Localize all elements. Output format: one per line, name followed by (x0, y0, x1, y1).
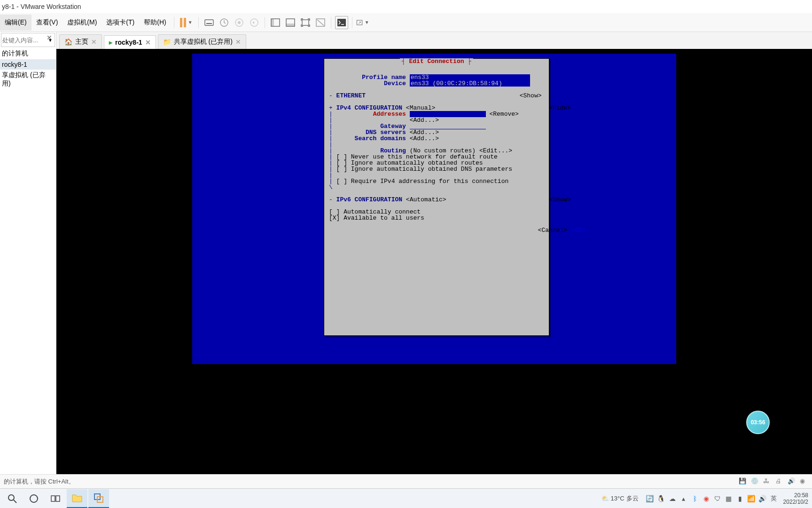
dialog-title: ┤ Edit Connection ├ (400, 58, 473, 64)
svg-rect-13 (337, 19, 346, 26)
clock-time: 20:58 (783, 492, 808, 499)
windows-taskbar: ⛅ 13°C 多云 🔄 🐧 ☁ ▴ ᛒ ◉ 🛡 ▦ ▮ 📶 🔊 英 20:58 … (0, 488, 812, 508)
svg-rect-0 (205, 20, 213, 25)
usb-icon[interactable]: ◉ (800, 477, 808, 486)
app-icon[interactable]: ▦ (724, 494, 734, 503)
system-clock[interactable]: 20:58 2022/10/2 (783, 492, 808, 505)
bluetooth-icon[interactable]: ᛒ (690, 494, 700, 503)
svg-rect-9 (286, 24, 295, 26)
svg-rect-1 (206, 23, 212, 24)
close-icon[interactable]: ✕ (45, 34, 54, 41)
tab-rocky8-1[interactable]: ▸ rocky8-1 ✕ (104, 35, 156, 49)
close-icon[interactable]: ✕ (145, 39, 151, 46)
close-icon[interactable]: ✕ (235, 38, 241, 46)
ime-indicator[interactable]: 英 (769, 494, 779, 503)
cancel-button[interactable]: <Cancel> (538, 227, 567, 234)
ipv4-mode-select[interactable]: <Manual> (406, 104, 435, 111)
svg-line-17 (14, 500, 16, 503)
weather-widget[interactable]: ⛅ 13°C 多云 (601, 494, 639, 503)
menu-vm[interactable]: 虚拟机(M) (62, 15, 102, 31)
search-domains-label: Search domains (355, 135, 406, 142)
printer-icon[interactable]: 🖨 (775, 477, 784, 486)
vm-display-area[interactable]: ┤ Edit Connection ├ Profile name ens33 D… (56, 49, 812, 474)
send-ctrl-alt-del-icon[interactable] (203, 16, 216, 29)
revert-snapshot-icon[interactable] (248, 16, 261, 29)
address-remove-button[interactable]: <Remove> (489, 111, 518, 118)
svg-rect-7 (271, 19, 274, 26)
separator (331, 17, 331, 28)
console-view-icon[interactable] (335, 16, 348, 29)
ipv4-hide-button[interactable]: <Hide> (549, 104, 571, 111)
checkbox-ignore-dns[interactable]: [ ] Ignore automatically obtained DNS pa… (336, 166, 512, 173)
thumbnail-view-icon[interactable] (284, 16, 297, 29)
ethernet-section-header: ETHERNET (336, 92, 366, 99)
menu-help[interactable]: 帮助(H) (139, 15, 171, 31)
tab-home[interactable]: 🏠 主页 ✕ (59, 34, 102, 49)
vm-console[interactable]: ┤ Edit Connection ├ Profile name ens33 D… (192, 54, 676, 364)
qq-icon[interactable]: 🐧 (656, 494, 666, 503)
snapshot-manager-icon[interactable] (233, 16, 246, 29)
fullscreen-icon[interactable] (299, 16, 312, 29)
device-input[interactable]: ens33 (00:0C:29:DB:58:94) (410, 80, 530, 87)
sound-icon[interactable]: 🔊 (788, 477, 796, 486)
clock-date: 2022/10/2 (783, 499, 808, 505)
window-title: y8-1 - VMware Workstation (2, 3, 81, 10)
task-view-icon[interactable] (45, 489, 66, 508)
nmtui-edit-connection-dialog: ┤ Edit Connection ├ Profile name ens33 D… (324, 58, 549, 336)
sidebar-item-mycomputer[interactable]: 的计算机 (0, 48, 56, 59)
volume-icon[interactable]: 🔊 (758, 494, 767, 503)
search-input[interactable] (1, 36, 39, 45)
cloud-icon[interactable]: ☁ (668, 494, 677, 503)
tab-shared[interactable]: 📁 共享虚拟机 (已弃用) ✕ (158, 34, 246, 49)
address-add-button[interactable]: <Add...> (410, 117, 439, 124)
menu-view[interactable]: 查看(V) (31, 15, 63, 31)
cortana-icon[interactable] (23, 489, 44, 508)
ipv6-mode-select[interactable]: <Automatic> (406, 196, 446, 203)
titlebar: y8-1 - VMware Workstation (0, 0, 812, 13)
home-icon: 🏠 (64, 38, 72, 46)
sidebar-item-shared[interactable]: 享虚拟机 (已弃用) (0, 70, 56, 89)
ethernet-show-button[interactable]: <Show> (520, 92, 542, 99)
network-adapter-icon[interactable]: 🖧 (763, 477, 772, 486)
weather-temp: 13°C (611, 495, 625, 502)
ipv6-show-button[interactable]: <Show> (549, 196, 571, 203)
wifi-icon[interactable]: 📶 (747, 494, 756, 503)
sidebar-item-rocky8-1[interactable]: rocky8-1 (0, 59, 56, 70)
svg-rect-20 (56, 496, 60, 501)
tab-label: 主页 (75, 38, 88, 46)
chevron-down-icon: ▼ (365, 20, 369, 25)
checkbox-require-ipv4[interactable]: [ ] Require IPv4 addressing for this con… (336, 178, 509, 185)
chevron-down-icon: ▼ (188, 20, 193, 25)
battery-icon[interactable]: ▮ (735, 494, 745, 503)
pause-vm-button[interactable]: ▼ (180, 18, 193, 27)
statusbar: 的计算机，请按 Ctrl+Alt。 💾 💿 🖧 🖨 🔊 ◉ (0, 474, 812, 488)
file-explorer-icon[interactable] (67, 489, 87, 508)
svg-point-4 (238, 21, 241, 24)
show-library-icon[interactable] (269, 16, 282, 29)
stretch-icon[interactable]: ▼ (356, 16, 369, 29)
defender-icon[interactable]: 🛡 (713, 494, 722, 503)
snapshot-icon[interactable] (218, 16, 231, 29)
weather-icon: ⛅ (601, 495, 609, 502)
checkbox-all-users[interactable]: [X] Available to all users (329, 214, 424, 222)
search-add-button[interactable]: <Add...> (410, 135, 439, 142)
vmware-icon[interactable] (88, 489, 109, 508)
close-icon[interactable]: ✕ (91, 38, 97, 46)
menu-tabs[interactable]: 选项卡(T) (102, 15, 139, 31)
tab-bar: 🏠 主页 ✕ ▸ rocky8-1 ✕ 📁 共享虚拟机 (已弃用) ✕ (56, 32, 812, 49)
cd-icon[interactable]: 💿 (751, 477, 759, 486)
menu-edit[interactable]: 编辑(E) (0, 15, 31, 31)
disk-icon[interactable]: 💾 (739, 477, 747, 486)
tab-label: rocky8-1 (115, 39, 142, 46)
search-icon[interactable] (2, 489, 23, 508)
device-label: Device (384, 80, 406, 87)
security-icon[interactable]: ◉ (702, 494, 711, 503)
sync-icon[interactable]: 🔄 (645, 494, 655, 503)
separator (174, 17, 174, 28)
ok-button[interactable]: <OK> (571, 227, 586, 234)
library-sidebar: ✕ ▼ 的计算机 rocky8-1 享虚拟机 (已弃用) (0, 32, 56, 474)
unity-icon[interactable] (314, 16, 327, 29)
tray-up-icon[interactable]: ▴ (679, 494, 688, 503)
vm-icon: ▸ (109, 39, 112, 46)
separator (198, 17, 199, 28)
